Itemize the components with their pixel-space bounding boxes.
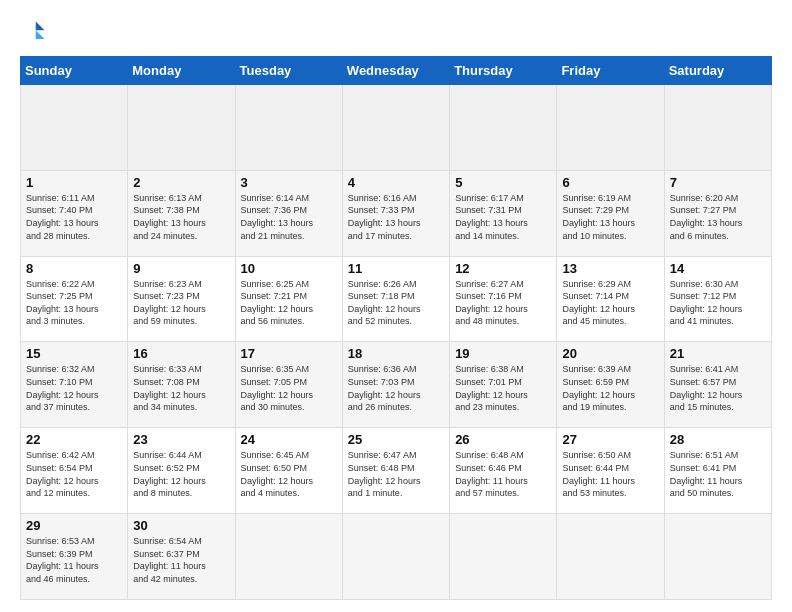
calendar-header-thursday: Thursday xyxy=(450,57,557,85)
cell-data: Sunrise: 6:38 AM Sunset: 7:01 PM Dayligh… xyxy=(455,363,551,413)
day-number: 29 xyxy=(26,518,122,533)
day-number: 20 xyxy=(562,346,658,361)
calendar-cell: 18Sunrise: 6:36 AM Sunset: 7:03 PM Dayli… xyxy=(342,342,449,428)
calendar-week-0 xyxy=(21,85,772,171)
calendar-cell xyxy=(128,85,235,171)
logo-icon xyxy=(20,18,48,46)
cell-data: Sunrise: 6:44 AM Sunset: 6:52 PM Dayligh… xyxy=(133,449,229,499)
cell-data: Sunrise: 6:25 AM Sunset: 7:21 PM Dayligh… xyxy=(241,278,337,328)
calendar-cell: 2Sunrise: 6:13 AM Sunset: 7:38 PM Daylig… xyxy=(128,170,235,256)
day-number: 7 xyxy=(670,175,766,190)
calendar-cell xyxy=(342,85,449,171)
calendar-cell xyxy=(342,514,449,600)
cell-data: Sunrise: 6:33 AM Sunset: 7:08 PM Dayligh… xyxy=(133,363,229,413)
calendar-cell: 24Sunrise: 6:45 AM Sunset: 6:50 PM Dayli… xyxy=(235,428,342,514)
calendar-cell: 29Sunrise: 6:53 AM Sunset: 6:39 PM Dayli… xyxy=(21,514,128,600)
day-number: 16 xyxy=(133,346,229,361)
calendar-header-sunday: Sunday xyxy=(21,57,128,85)
calendar-cell: 11Sunrise: 6:26 AM Sunset: 7:18 PM Dayli… xyxy=(342,256,449,342)
cell-data: Sunrise: 6:32 AM Sunset: 7:10 PM Dayligh… xyxy=(26,363,122,413)
day-number: 19 xyxy=(455,346,551,361)
day-number: 11 xyxy=(348,261,444,276)
calendar-week-1: 1Sunrise: 6:11 AM Sunset: 7:40 PM Daylig… xyxy=(21,170,772,256)
day-number: 24 xyxy=(241,432,337,447)
calendar-cell: 8Sunrise: 6:22 AM Sunset: 7:25 PM Daylig… xyxy=(21,256,128,342)
day-number: 8 xyxy=(26,261,122,276)
day-number: 21 xyxy=(670,346,766,361)
cell-data: Sunrise: 6:22 AM Sunset: 7:25 PM Dayligh… xyxy=(26,278,122,328)
calendar-week-5: 29Sunrise: 6:53 AM Sunset: 6:39 PM Dayli… xyxy=(21,514,772,600)
calendar-cell xyxy=(664,85,771,171)
calendar-cell: 19Sunrise: 6:38 AM Sunset: 7:01 PM Dayli… xyxy=(450,342,557,428)
calendar-cell xyxy=(664,514,771,600)
day-number: 17 xyxy=(241,346,337,361)
day-number: 9 xyxy=(133,261,229,276)
day-number: 3 xyxy=(241,175,337,190)
calendar-table: SundayMondayTuesdayWednesdayThursdayFrid… xyxy=(20,56,772,600)
calendar-cell: 17Sunrise: 6:35 AM Sunset: 7:05 PM Dayli… xyxy=(235,342,342,428)
day-number: 5 xyxy=(455,175,551,190)
cell-data: Sunrise: 6:14 AM Sunset: 7:36 PM Dayligh… xyxy=(241,192,337,242)
day-number: 26 xyxy=(455,432,551,447)
calendar-cell: 3Sunrise: 6:14 AM Sunset: 7:36 PM Daylig… xyxy=(235,170,342,256)
calendar-cell xyxy=(235,514,342,600)
cell-data: Sunrise: 6:17 AM Sunset: 7:31 PM Dayligh… xyxy=(455,192,551,242)
cell-data: Sunrise: 6:54 AM Sunset: 6:37 PM Dayligh… xyxy=(133,535,229,585)
calendar-cell: 1Sunrise: 6:11 AM Sunset: 7:40 PM Daylig… xyxy=(21,170,128,256)
calendar-header-row: SundayMondayTuesdayWednesdayThursdayFrid… xyxy=(21,57,772,85)
calendar-cell xyxy=(450,514,557,600)
calendar-cell: 27Sunrise: 6:50 AM Sunset: 6:44 PM Dayli… xyxy=(557,428,664,514)
calendar-cell: 25Sunrise: 6:47 AM Sunset: 6:48 PM Dayli… xyxy=(342,428,449,514)
calendar-cell: 6Sunrise: 6:19 AM Sunset: 7:29 PM Daylig… xyxy=(557,170,664,256)
cell-data: Sunrise: 6:19 AM Sunset: 7:29 PM Dayligh… xyxy=(562,192,658,242)
day-number: 18 xyxy=(348,346,444,361)
day-number: 23 xyxy=(133,432,229,447)
day-number: 6 xyxy=(562,175,658,190)
calendar-week-2: 8Sunrise: 6:22 AM Sunset: 7:25 PM Daylig… xyxy=(21,256,772,342)
calendar-header-tuesday: Tuesday xyxy=(235,57,342,85)
calendar-cell: 15Sunrise: 6:32 AM Sunset: 7:10 PM Dayli… xyxy=(21,342,128,428)
day-number: 25 xyxy=(348,432,444,447)
cell-data: Sunrise: 6:39 AM Sunset: 6:59 PM Dayligh… xyxy=(562,363,658,413)
calendar-cell: 23Sunrise: 6:44 AM Sunset: 6:52 PM Dayli… xyxy=(128,428,235,514)
calendar-cell: 7Sunrise: 6:20 AM Sunset: 7:27 PM Daylig… xyxy=(664,170,771,256)
cell-data: Sunrise: 6:30 AM Sunset: 7:12 PM Dayligh… xyxy=(670,278,766,328)
calendar-cell: 30Sunrise: 6:54 AM Sunset: 6:37 PM Dayli… xyxy=(128,514,235,600)
calendar-cell: 14Sunrise: 6:30 AM Sunset: 7:12 PM Dayli… xyxy=(664,256,771,342)
calendar-cell xyxy=(235,85,342,171)
cell-data: Sunrise: 6:48 AM Sunset: 6:46 PM Dayligh… xyxy=(455,449,551,499)
cell-data: Sunrise: 6:11 AM Sunset: 7:40 PM Dayligh… xyxy=(26,192,122,242)
calendar-header-monday: Monday xyxy=(128,57,235,85)
day-number: 30 xyxy=(133,518,229,533)
calendar-cell xyxy=(557,85,664,171)
day-number: 15 xyxy=(26,346,122,361)
day-number: 2 xyxy=(133,175,229,190)
day-number: 4 xyxy=(348,175,444,190)
calendar-cell: 12Sunrise: 6:27 AM Sunset: 7:16 PM Dayli… xyxy=(450,256,557,342)
cell-data: Sunrise: 6:36 AM Sunset: 7:03 PM Dayligh… xyxy=(348,363,444,413)
cell-data: Sunrise: 6:45 AM Sunset: 6:50 PM Dayligh… xyxy=(241,449,337,499)
cell-data: Sunrise: 6:27 AM Sunset: 7:16 PM Dayligh… xyxy=(455,278,551,328)
calendar-cell: 13Sunrise: 6:29 AM Sunset: 7:14 PM Dayli… xyxy=(557,256,664,342)
calendar-header-friday: Friday xyxy=(557,57,664,85)
calendar-header-saturday: Saturday xyxy=(664,57,771,85)
day-number: 13 xyxy=(562,261,658,276)
calendar-week-3: 15Sunrise: 6:32 AM Sunset: 7:10 PM Dayli… xyxy=(21,342,772,428)
calendar-cell: 26Sunrise: 6:48 AM Sunset: 6:46 PM Dayli… xyxy=(450,428,557,514)
calendar-cell: 21Sunrise: 6:41 AM Sunset: 6:57 PM Dayli… xyxy=(664,342,771,428)
calendar-cell xyxy=(557,514,664,600)
cell-data: Sunrise: 6:47 AM Sunset: 6:48 PM Dayligh… xyxy=(348,449,444,499)
day-number: 27 xyxy=(562,432,658,447)
cell-data: Sunrise: 6:16 AM Sunset: 7:33 PM Dayligh… xyxy=(348,192,444,242)
calendar-cell: 10Sunrise: 6:25 AM Sunset: 7:21 PM Dayli… xyxy=(235,256,342,342)
day-number: 28 xyxy=(670,432,766,447)
calendar-cell: 4Sunrise: 6:16 AM Sunset: 7:33 PM Daylig… xyxy=(342,170,449,256)
cell-data: Sunrise: 6:26 AM Sunset: 7:18 PM Dayligh… xyxy=(348,278,444,328)
logo xyxy=(20,18,52,46)
day-number: 22 xyxy=(26,432,122,447)
cell-data: Sunrise: 6:51 AM Sunset: 6:41 PM Dayligh… xyxy=(670,449,766,499)
cell-data: Sunrise: 6:20 AM Sunset: 7:27 PM Dayligh… xyxy=(670,192,766,242)
cell-data: Sunrise: 6:29 AM Sunset: 7:14 PM Dayligh… xyxy=(562,278,658,328)
calendar-cell: 20Sunrise: 6:39 AM Sunset: 6:59 PM Dayli… xyxy=(557,342,664,428)
day-number: 1 xyxy=(26,175,122,190)
